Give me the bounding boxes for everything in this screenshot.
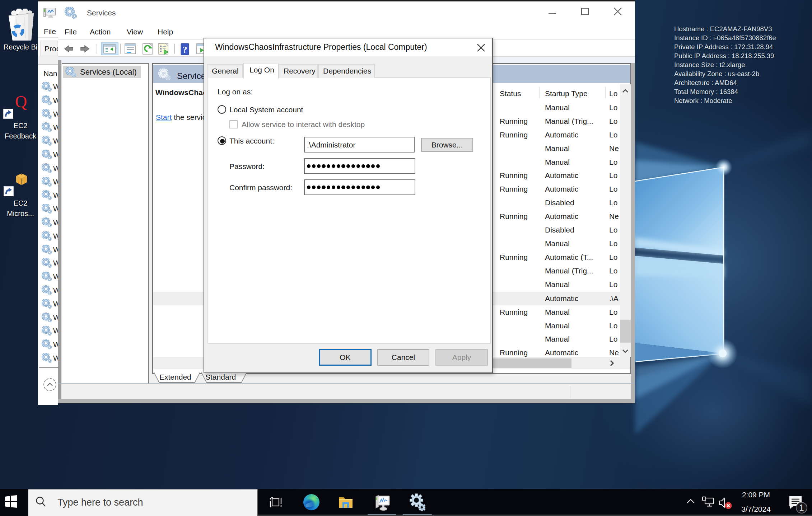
svg-text:?: ? bbox=[183, 44, 187, 55]
svg-text:1: 1 bbox=[799, 503, 804, 512]
